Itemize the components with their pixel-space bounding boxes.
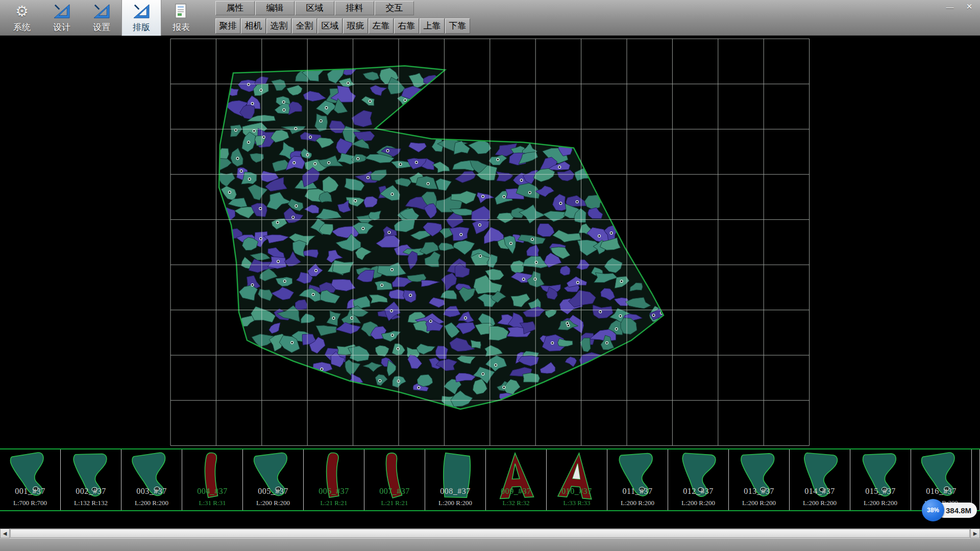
- thumbnail-cell[interactable]: 005_#37L:200 R:200: [243, 449, 304, 510]
- piece-id: 014_#37: [790, 487, 850, 496]
- piece-lr-count: L:132 R:132: [61, 499, 121, 507]
- progress-badge: 38%: [922, 499, 944, 521]
- piece-lr-count: L:200 R:200: [729, 499, 789, 507]
- workspace-canvas[interactable]: [0, 36, 980, 448]
- tab-nesting[interactable]: 排版: [121, 0, 161, 36]
- piece-thumbnail: [550, 450, 604, 505]
- menu-snap-up-button[interactable]: 上靠: [420, 18, 445, 34]
- tab-design[interactable]: 设计: [42, 0, 82, 36]
- piece-thumbnail: [853, 450, 908, 505]
- piece-id: 003_#37: [121, 487, 182, 496]
- minimize-button[interactable]: —: [943, 1, 957, 12]
- window-controls: — ✕: [943, 1, 976, 12]
- scrollbar-thumb[interactable]: [10, 529, 970, 538]
- piece-id: 005_#37: [243, 487, 303, 496]
- menu-select-cut-button[interactable]: 选割: [266, 18, 291, 34]
- menu-nesting-button[interactable]: 排料: [335, 1, 374, 15]
- thumbnail-cell[interactable]: 015_#37L:200 R:200: [850, 449, 911, 510]
- piece-thumbnail: [975, 450, 980, 505]
- close-button[interactable]: ✕: [963, 1, 976, 12]
- gear-icon: ⚙: [15, 3, 29, 20]
- piece-id: 015_#37: [850, 487, 911, 496]
- thumbnail-cell[interactable]: 004_#37L:31 R:31: [182, 449, 243, 510]
- piece-thumbnail: [914, 450, 969, 505]
- piece-lr-count: L:200 R:200: [121, 499, 182, 507]
- menu-interaction-button[interactable]: 交互: [375, 1, 414, 15]
- title-toolbar: ⚙系统设计设置排版报表 属性编辑区域排料交互 聚排相机选割全割区域瑕疵左靠右靠上…: [0, 0, 980, 36]
- piece-thumbnail: [368, 450, 422, 505]
- scroll-right-arrow-icon[interactable]: ▶: [970, 529, 980, 538]
- menu-snap-right-button[interactable]: 右靠: [394, 18, 419, 34]
- tab-settings[interactable]: 设置: [82, 0, 121, 36]
- piece-thumbnail: [793, 450, 847, 505]
- piece-thumbnail: [3, 450, 58, 505]
- piece-lr-count: L:700 R:700: [0, 499, 60, 507]
- piece-id: 011_#37: [607, 487, 668, 496]
- thumbnail-cell[interactable]: 003_#37L:200 R:200: [121, 449, 182, 510]
- piece-id: 012_#37: [668, 487, 728, 496]
- piece-thumbnail: [671, 450, 726, 505]
- thumbnail-cell[interactable]: 009_#37L:32 R:32: [486, 449, 547, 510]
- thumbnail-cell[interactable]: 011_#37L:200 R:200: [607, 449, 668, 510]
- piece-id: 004_#37: [182, 487, 242, 496]
- nesting-layout-svg[interactable]: [0, 36, 980, 448]
- menu-edit-button[interactable]: 编辑: [255, 1, 295, 15]
- menu-attributes-button[interactable]: 属性: [215, 1, 255, 15]
- piece-id: 008_#37: [425, 487, 485, 496]
- scroll-left-arrow-icon[interactable]: ◀: [0, 529, 10, 538]
- thumbnail-cell[interactable]: 007_#37L:21 R:21: [364, 449, 425, 510]
- piece-id: 013_#37: [729, 487, 789, 496]
- thumbnail-cell[interactable]: 006_#37L:21 R:21: [304, 449, 364, 510]
- tab-label: 排版: [133, 21, 150, 33]
- main-tab-bar: ⚙系统设计设置排版报表: [2, 0, 201, 36]
- menu-region-button[interactable]: 区域: [295, 1, 334, 15]
- tab-system[interactable]: ⚙系统: [2, 0, 42, 36]
- menu-camera-button[interactable]: 相机: [241, 18, 266, 34]
- status-bar: [0, 538, 980, 551]
- piece-thumbnail: [610, 450, 665, 505]
- thumbnail-cell[interactable]: 013_#37L:200 R:200: [729, 449, 790, 510]
- memory-badge: 384.8M 38%: [922, 499, 980, 521]
- tab-label: 设置: [93, 21, 110, 33]
- thumbnail-cell[interactable]: 010_#37L:33 R:33: [547, 449, 607, 510]
- piece-thumbnail: [125, 450, 179, 505]
- tab-report[interactable]: 报表: [161, 0, 201, 36]
- menu-snap-left-button[interactable]: 左靠: [369, 18, 394, 34]
- piece-lr-count: L:21 R:21: [364, 499, 425, 507]
- menu-snap-down-button[interactable]: 下靠: [445, 18, 470, 34]
- menu-cluster-nest-button[interactable]: 聚排: [215, 18, 240, 34]
- ribbon-menu-row1: 属性编辑区域排料交互: [215, 1, 414, 15]
- piece-id: 006_#37: [304, 487, 364, 496]
- piece-thumbnail: [732, 450, 787, 505]
- piece-lr-count: L:200 R:200: [790, 499, 850, 507]
- menu-cut-all-button[interactable]: 全割: [292, 18, 317, 34]
- piece-lr-count: L:31 R:31: [182, 499, 242, 507]
- piece-lr-count: L:32 R:32: [486, 499, 546, 507]
- thumbnail-cell[interactable]: 008_#37L:200 R:200: [425, 449, 486, 510]
- horizontal-scrollbar[interactable]: ◀ ▶: [0, 529, 980, 538]
- menu-defect-button[interactable]: 瑕疵: [343, 18, 368, 34]
- thumbnail-cell[interactable]: 014_#37L:200 R:200: [790, 449, 850, 510]
- tab-label: 报表: [173, 21, 190, 33]
- set-square-icon: [93, 3, 110, 20]
- piece-lr-count: L:33 R:33: [547, 499, 607, 507]
- piece-thumbnail: [64, 450, 118, 505]
- menu-region-button[interactable]: 区域: [317, 18, 342, 34]
- thumbnail-cell[interactable]: 002_#37L:132 R:132: [61, 449, 121, 510]
- piece-thumbnail-strip: 001_#37L:700 R:700002_#37L:132 R:132003_…: [0, 448, 980, 511]
- piece-id: 002_#37: [61, 487, 121, 496]
- piece-id: 009_#37: [486, 487, 546, 496]
- set-square-icon: [53, 3, 70, 20]
- piece-id: 007_#37: [364, 487, 425, 496]
- thumbnail-cell[interactable]: 001_#37L:700 R:700: [0, 449, 61, 510]
- piece-thumbnail: [307, 450, 361, 505]
- set-square-icon: [133, 3, 150, 20]
- piece-thumbnail: [489, 450, 544, 505]
- piece-lr-count: L:200 R:200: [243, 499, 303, 507]
- piece-id: 001_#37: [0, 487, 60, 496]
- piece-lr-count: L:200 R:200: [607, 499, 668, 507]
- thumbnail-cell[interactable]: 012_#37L:200 R:200: [668, 449, 729, 510]
- piece-id: 010_#37: [547, 487, 607, 496]
- piece-lr-count: L:21 R:21: [304, 499, 364, 507]
- piece-thumbnail: [246, 450, 301, 505]
